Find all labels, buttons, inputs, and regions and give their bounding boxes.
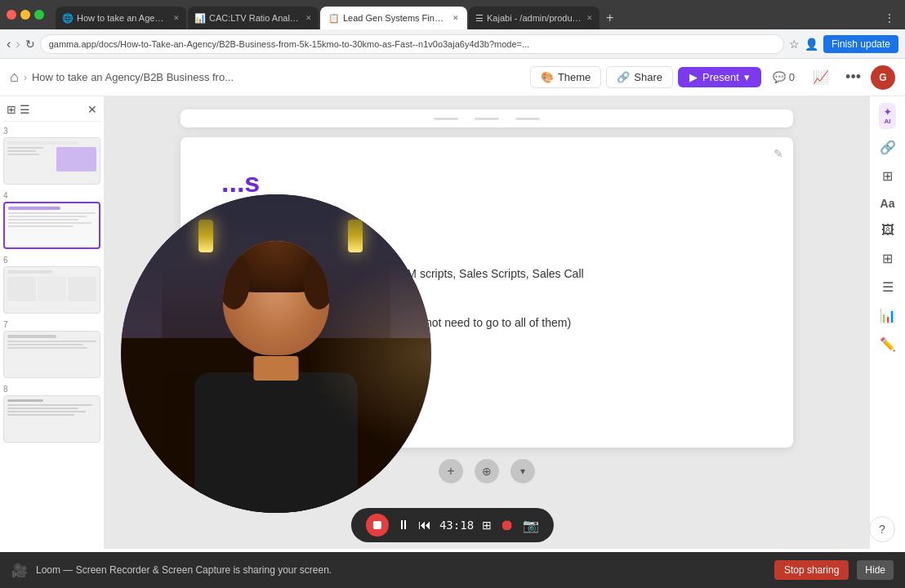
breadcrumb-arrow: › — [24, 72, 27, 83]
present-label: Present — [702, 71, 739, 83]
tab2-close[interactable]: ✕ — [305, 14, 312, 22]
tab4-close[interactable]: ✕ — [586, 14, 593, 22]
loom-controls-bar: ⏸ ⏮ 43:18 ⊞ ⏺ 📷 — [351, 508, 554, 542]
share-button[interactable]: 🔗 Share — [606, 66, 673, 88]
maximize-button[interactable] — [34, 10, 44, 20]
table-icon-button[interactable]: ⊞ — [880, 248, 895, 269]
slide-num-6: 6 — [3, 256, 100, 265]
window-controls — [7, 10, 44, 20]
theme-button[interactable]: 🎨 Theme — [530, 66, 601, 88]
home-button[interactable]: ⌂ — [10, 69, 19, 86]
new-tab-button[interactable]: + — [601, 7, 618, 29]
record-stop-button[interactable] — [366, 514, 389, 537]
slide-thumbnail-6[interactable]: 6 — [3, 256, 100, 314]
record-circle-button[interactable]: ⏺ — [500, 517, 515, 534]
slide-thumbnail-4[interactable]: 4 — [3, 191, 100, 249]
grid-view-ctrl-button[interactable]: ⊞ — [482, 519, 492, 532]
slide-thumb-img-3 — [3, 137, 100, 185]
tab-2[interactable]: 📊 CAC:LTV Ratio Analysis - Go... ✕ — [188, 7, 319, 29]
pause-button[interactable]: ⏸ — [397, 518, 410, 532]
reload-button[interactable]: ↻ — [25, 38, 35, 51]
edit-icon-button[interactable]: ✏️ — [877, 334, 898, 354]
sidebar-controls: ⊞ ☰ ✕ — [3, 101, 100, 122]
present-chevron-icon: ▾ — [744, 71, 750, 83]
comment-icon: 💬 — [773, 71, 786, 83]
tab3-label: Lead Gen Systems Financial — [343, 13, 448, 23]
share-label: Share — [634, 71, 662, 83]
url-text: gamma.app/docs/How-to-Take-an-Agency/B2B… — [49, 39, 529, 49]
profile-button[interactable]: 👤 — [805, 38, 818, 51]
comments-button[interactable]: 💬 0 — [766, 67, 801, 87]
slide-thumbnail-3[interactable]: 3 — [3, 127, 100, 185]
ai-label: AI — [885, 118, 891, 125]
theme-icon: 🎨 — [541, 71, 554, 83]
comments-count: 0 — [789, 71, 795, 83]
slide-thumbnail-7[interactable]: 7 — [3, 320, 100, 378]
camera-button[interactable]: 📷 — [523, 518, 539, 533]
layout-icon-button[interactable]: ☰ — [880, 277, 896, 297]
url-bar[interactable]: gamma.app/docs/How-to-Take-an-Agency/B2B… — [40, 34, 784, 54]
ai-icon-button[interactable]: ✦ AI — [879, 103, 896, 129]
present-button[interactable]: ▶ Present ▾ — [678, 67, 761, 87]
image-icon-button[interactable]: 🖼 — [879, 220, 897, 240]
tab4-favicon: ☰ — [475, 13, 484, 24]
tab3-close[interactable]: ✕ — [452, 14, 459, 22]
stop-icon — [373, 521, 381, 529]
slide-thumb-img-6 — [3, 266, 100, 314]
tab-3-active[interactable]: 📋 Lead Gen Systems Financial ✕ — [320, 7, 467, 29]
finish-update-button[interactable]: Finish update — [823, 35, 898, 53]
slide-nav-controls: + ⊕ ▾ — [439, 459, 535, 483]
more-options-button[interactable]: ••• — [840, 65, 866, 89]
chart-icon-button[interactable]: 📊 — [877, 305, 898, 326]
add-slide-button[interactable]: + — [439, 459, 463, 483]
tabs-dropdown[interactable]: ⋮ — [880, 7, 898, 29]
tab3-favicon: 📋 — [328, 13, 340, 24]
time-display: 43:18 — [439, 519, 474, 532]
browser-chrome: 🌐 How to take an Agency/B ✕ 📊 CAC:LTV Ra… — [0, 0, 905, 29]
left-sidebar: ⊞ ☰ ✕ 3 4 — [0, 96, 105, 549]
tab2-label: CAC:LTV Ratio Analysis - Go... — [209, 13, 301, 23]
slide-num-8: 8 — [3, 385, 100, 394]
tab1-close[interactable]: ✕ — [173, 14, 180, 22]
slide-num-7: 7 — [3, 320, 100, 329]
rewind-button[interactable]: ⏮ — [418, 518, 431, 532]
hide-button[interactable]: Hide — [857, 560, 894, 580]
tab-4[interactable]: ☰ Kajabi - /admin/products/214... ✕ — [469, 7, 600, 29]
back-button[interactable]: ‹ — [7, 37, 11, 51]
close-button[interactable] — [7, 10, 16, 20]
sidebar-close-button[interactable]: ✕ — [87, 103, 97, 116]
bookmark-button[interactable]: ☆ — [789, 38, 800, 51]
main-layout: ⊞ ☰ ✕ 3 4 — [0, 96, 905, 549]
list-view-button[interactable]: ☰ — [20, 103, 30, 116]
theme-label: Theme — [558, 71, 591, 83]
breadcrumb-text: How to take an Agency/B2B Business fro..… — [32, 71, 234, 83]
minimize-button[interactable] — [20, 10, 30, 20]
tabs-bar: 🌐 How to take an Agency/B ✕ 📊 CAC:LTV Ra… — [56, 0, 898, 29]
layers-icon-button[interactable]: ⊞ — [880, 166, 895, 186]
bottom-status-bar: 🎥 Loom — Screen Recorder & Screen Captur… — [0, 552, 905, 588]
slide-thumbnail-8[interactable]: 8 — [3, 385, 100, 443]
slide-edit-button[interactable]: ✎ — [773, 147, 783, 160]
analytics-button[interactable]: 📈 — [806, 66, 836, 88]
slide-settings-button[interactable]: ⊕ — [475, 459, 499, 483]
tab-1[interactable]: 🌐 How to take an Agency/B ✕ — [56, 7, 186, 29]
stop-sharing-button[interactable]: Stop sharing — [774, 560, 849, 580]
slide-num-3: 3 — [3, 127, 100, 136]
slide-num-4: 4 — [3, 191, 100, 200]
video-overlay — [121, 194, 431, 513]
ai-icon: ✦ — [884, 107, 891, 118]
app-header: ⌂ › How to take an Agency/B2B Business f… — [0, 59, 905, 96]
grid-view-button[interactable]: ⊞ — [7, 103, 16, 116]
help-button[interactable]: ? — [869, 516, 895, 542]
share-icon: 🔗 — [617, 71, 630, 83]
forward-button[interactable]: › — [16, 37, 20, 51]
content-area: ✎ ...s ...team ...(infinite) ...SL, Land… — [105, 96, 869, 549]
loom-status-text: Loom — Screen Recorder & Screen Capture … — [36, 564, 766, 576]
play-icon: ▶ — [689, 71, 698, 83]
tab1-label: How to take an Agency/B — [77, 13, 168, 23]
slide-chevron-button[interactable]: ▾ — [510, 459, 535, 483]
connect-icon-button[interactable]: 🔗 — [877, 137, 898, 158]
text-icon-button[interactable]: Aa — [878, 194, 898, 212]
tab1-favicon: 🌐 — [62, 13, 74, 24]
avatar: G — [871, 65, 895, 90]
